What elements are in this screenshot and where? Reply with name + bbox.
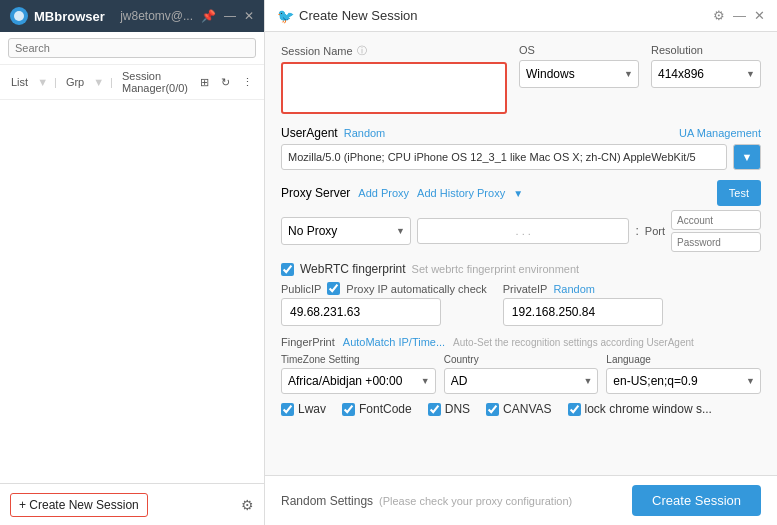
panel-minimize-icon[interactable]: — xyxy=(733,8,746,23)
random-settings-label: Random Settings xyxy=(281,494,373,508)
country-select[interactable]: AD xyxy=(444,368,599,394)
proxy-server-label: Proxy Server xyxy=(281,186,350,200)
main-panel: 🐦 Create New Session ⚙ — ✕ Session Name … xyxy=(265,0,777,525)
form-area: Session Name ⓘ OS Windows Resolution xyxy=(265,32,777,475)
timezone-select[interactable]: Africa/Abidjan +00:00 xyxy=(281,368,436,394)
canvas-checkbox[interactable] xyxy=(486,403,499,416)
lwav-label: Lwav xyxy=(298,402,326,416)
private-ip-random-btn[interactable]: Random xyxy=(553,283,595,295)
sidebar-content xyxy=(0,100,264,483)
lwav-check[interactable]: Lwav xyxy=(281,402,326,416)
webrtc-row: WebRTC fingerprint Set webrtc fingerprin… xyxy=(281,262,761,326)
sidebar-toolbar: List ▼ | Grp ▼ | Session Manager(0/0) ⊞ … xyxy=(0,65,264,100)
os-label: OS xyxy=(519,44,535,56)
proxy-ip-input[interactable] xyxy=(417,218,629,244)
useragent-random-btn[interactable]: Random xyxy=(344,127,386,139)
proxy-port-label: Port xyxy=(645,225,665,237)
useragent-label: UserAgent xyxy=(281,126,338,140)
icon-refresh[interactable]: ↻ xyxy=(218,75,233,90)
webrtc-label: WebRTC fingerprint xyxy=(300,262,406,276)
lockchrome-checkbox[interactable] xyxy=(568,403,581,416)
proxy-test-btn[interactable]: Test xyxy=(717,180,761,206)
panel-close-icon[interactable]: ✕ xyxy=(754,8,765,23)
timezone-group: TimeZone Setting Africa/Abidjan +00:00 xyxy=(281,354,436,394)
language-select[interactable]: en-US;en;q=0.9 xyxy=(606,368,761,394)
create-new-session-button[interactable]: + Create New Session xyxy=(10,493,148,517)
dns-check[interactable]: DNS xyxy=(428,402,470,416)
canvas-label: CANVAS xyxy=(503,402,551,416)
automatch-btn[interactable]: AutoMatch IP/Time... xyxy=(343,336,445,348)
tab-info: jw8etomv@... xyxy=(120,9,193,23)
sidebar: MBbrowser jw8etomv@... 📌 — ✕ List ▼ | Gr… xyxy=(0,0,265,525)
proxy-password-input[interactable] xyxy=(671,232,761,252)
sidebar-header: MBbrowser jw8etomv@... 📌 — ✕ xyxy=(0,0,264,32)
grp-btn[interactable]: Grp xyxy=(63,75,87,89)
ua-management-btn[interactable]: UA Management xyxy=(679,127,761,139)
create-session-button[interactable]: Create Session xyxy=(632,485,761,516)
fp-hint: Auto-Set the recognition settings accord… xyxy=(453,337,694,348)
useragent-row: UserAgent Random UA Management ▼ xyxy=(281,126,761,170)
os-select[interactable]: Windows xyxy=(519,60,639,88)
add-proxy-btn[interactable]: Add Proxy xyxy=(358,187,409,199)
add-history-proxy-arrow: ▼ xyxy=(513,188,523,199)
private-ip-group: PrivateIP Random xyxy=(503,283,663,326)
icon-more[interactable]: ⋮ xyxy=(239,75,256,90)
session-name-label: Session Name xyxy=(281,45,353,57)
search-input[interactable] xyxy=(8,38,256,58)
lockchrome-label: lock chrome window s... xyxy=(585,402,712,416)
private-ip-input[interactable] xyxy=(503,298,663,326)
close-icon[interactable]: ✕ xyxy=(244,9,254,23)
os-field: OS Windows xyxy=(519,44,639,88)
dns-label: DNS xyxy=(445,402,470,416)
app-title: MBbrowser xyxy=(34,9,105,24)
resolution-label: Resolution xyxy=(651,44,703,56)
useragent-input[interactable] xyxy=(281,144,727,170)
minimize-icon[interactable]: — xyxy=(224,9,236,23)
fingerprint-label: FingerPrint xyxy=(281,336,335,348)
public-ip-input[interactable] xyxy=(281,298,441,326)
proxy-credentials xyxy=(671,210,761,252)
settings-gear-icon[interactable]: ⚙ xyxy=(241,497,254,513)
panel-settings-icon[interactable]: ⚙ xyxy=(713,8,725,23)
panel-logo-icon: 🐦 xyxy=(277,8,293,24)
proxy-type-select[interactable]: No Proxy xyxy=(281,217,411,245)
pin-icon[interactable]: 📌 xyxy=(201,9,216,23)
country-group: Country AD xyxy=(444,354,599,394)
proxy-account-input[interactable] xyxy=(671,210,761,230)
webrtc-hint: Set webrtc fingerprint environment xyxy=(412,263,580,275)
lockchrome-check[interactable]: lock chrome window s... xyxy=(568,402,712,416)
panel-titlebar: 🐦 Create New Session ⚙ — ✕ xyxy=(265,0,777,32)
dns-checkbox[interactable] xyxy=(428,403,441,416)
resolution-select[interactable]: 414x896 xyxy=(651,60,761,88)
proxy-row: Proxy Server Add Proxy Add History Proxy… xyxy=(281,180,761,252)
proxy-colon: : xyxy=(635,224,638,238)
svg-point-0 xyxy=(14,11,24,21)
app-logo xyxy=(10,7,28,25)
sidebar-footer: + Create New Session ⚙ xyxy=(0,483,264,525)
private-ip-label: PrivateIP xyxy=(503,283,548,295)
session-name-field: Session Name ⓘ xyxy=(281,44,507,114)
icon-grid[interactable]: ⊞ xyxy=(197,75,212,90)
fontcode-checkbox[interactable] xyxy=(342,403,355,416)
fontcode-check[interactable]: FontCode xyxy=(342,402,412,416)
add-history-proxy-btn[interactable]: Add History Proxy xyxy=(417,187,505,199)
fontcode-label: FontCode xyxy=(359,402,412,416)
country-label: Country xyxy=(444,354,599,365)
row-session-os-resolution: Session Name ⓘ OS Windows Resolution xyxy=(281,44,761,114)
canvas-check[interactable]: CANVAS xyxy=(486,402,551,416)
lwav-checkbox[interactable] xyxy=(281,403,294,416)
resolution-field: Resolution 414x896 xyxy=(651,44,761,88)
webrtc-checkbox[interactable] xyxy=(281,263,294,276)
fingerprint-row: FingerPrint AutoMatch IP/Time... Auto-Se… xyxy=(281,336,761,394)
list-btn[interactable]: List xyxy=(8,75,31,89)
session-manager-label: Session Manager(0/0) xyxy=(119,69,191,95)
panel-title: Create New Session xyxy=(299,8,418,23)
timezone-label: TimeZone Setting xyxy=(281,354,436,365)
session-name-input[interactable] xyxy=(281,62,507,114)
public-ip-group: PublicIP Proxy IP automatically check xyxy=(281,282,487,326)
proxy-ip-auto-checkbox[interactable] xyxy=(327,282,340,295)
session-name-info-icon: ⓘ xyxy=(357,44,367,58)
random-settings-hint: (Please check your proxy configuration) xyxy=(379,495,572,507)
ua-dropdown-btn[interactable]: ▼ xyxy=(733,144,761,170)
public-ip-label: PublicIP xyxy=(281,283,321,295)
